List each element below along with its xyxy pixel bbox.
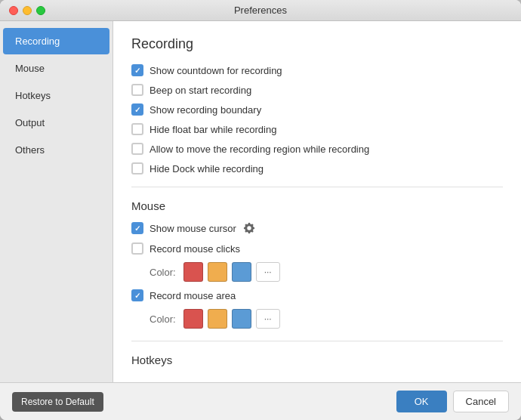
clicks-color-label: Color: xyxy=(150,267,176,278)
label-countdown: Show countdown for recording xyxy=(150,65,282,76)
sidebar-item-mouse[interactable]: Mouse xyxy=(3,55,109,82)
preferences-window: Preferences Recording Mouse Hotkeys Outp… xyxy=(0,0,521,420)
checkbox-moveregion[interactable] xyxy=(131,143,143,155)
window-controls xyxy=(9,6,45,15)
area-color-more[interactable]: ··· xyxy=(256,309,280,329)
minimize-button[interactable] xyxy=(23,6,32,15)
maximize-button[interactable] xyxy=(36,6,45,15)
label-recordarea: Record mouse area xyxy=(150,290,236,301)
option-beep: Beep on start recording xyxy=(131,84,503,96)
sidebar-item-recording[interactable]: Recording xyxy=(3,28,109,54)
recording-section-title: Recording xyxy=(131,36,503,52)
clicks-color-more[interactable]: ··· xyxy=(256,262,280,282)
area-color-row: Color: ··· xyxy=(150,309,503,329)
option-countdown: Show countdown for recording xyxy=(131,64,503,76)
area-color-label: Color: xyxy=(150,313,176,325)
clicks-color-red[interactable] xyxy=(183,262,203,282)
footer-action-buttons: OK Cancel xyxy=(396,391,509,412)
option-showcursor: Show mouse cursor xyxy=(131,221,503,235)
divider-mouse-hotkeys xyxy=(131,341,503,341)
checkbox-showcursor[interactable] xyxy=(131,222,143,234)
title-bar: Preferences xyxy=(0,0,521,21)
option-boundary: Show recording boundary xyxy=(131,103,503,116)
checkbox-recordarea[interactable] xyxy=(131,289,143,301)
checkbox-countdown[interactable] xyxy=(131,64,143,76)
option-recordarea: Record mouse area xyxy=(131,289,503,301)
footer: Restore to Default OK Cancel xyxy=(0,382,521,420)
sidebar-item-output[interactable]: Output xyxy=(3,110,109,136)
sidebar-item-hotkeys[interactable]: Hotkeys xyxy=(3,82,109,109)
cancel-button[interactable]: Cancel xyxy=(453,391,509,412)
hotkeys-section-title: Hotkeys xyxy=(131,354,503,366)
option-floatbar: Hide float bar while recording xyxy=(131,123,503,135)
close-button[interactable] xyxy=(9,6,18,15)
label-moveregion: Allow to move the recording region while… xyxy=(150,144,369,155)
checkbox-boundary[interactable] xyxy=(131,103,143,116)
label-floatbar: Hide float bar while recording xyxy=(150,124,276,135)
checkbox-beep[interactable] xyxy=(131,84,143,96)
main-content: Recording Mouse Hotkeys Output Others Re… xyxy=(0,21,521,382)
sidebar-item-others[interactable]: Others xyxy=(3,137,109,163)
option-recordclicks: Record mouse clicks xyxy=(131,242,503,255)
clicks-color-yellow[interactable] xyxy=(208,262,227,282)
area-color-red[interactable] xyxy=(183,309,203,329)
label-recordclicks: Record mouse clicks xyxy=(150,243,240,255)
clicks-color-row: Color: ··· xyxy=(150,262,503,282)
mouse-section-title: Mouse xyxy=(131,199,503,212)
divider-recording-mouse xyxy=(131,187,503,187)
clicks-color-blue[interactable] xyxy=(232,262,251,282)
area-color-blue[interactable] xyxy=(232,309,251,329)
option-moveregion: Allow to move the recording region while… xyxy=(131,143,503,155)
content-area: Recording Show countdown for recording B… xyxy=(113,21,521,382)
label-beep: Beep on start recording xyxy=(150,85,251,96)
cursor-settings-icon[interactable] xyxy=(242,221,256,235)
window-title: Preferences xyxy=(234,5,287,16)
ok-button[interactable]: OK xyxy=(396,391,447,412)
label-hidedock: Hide Dock while recording xyxy=(150,163,264,174)
option-hidedock: Hide Dock while recording xyxy=(131,162,503,174)
checkbox-recordclicks[interactable] xyxy=(131,242,143,255)
label-boundary: Show recording boundary xyxy=(150,104,261,116)
label-showcursor: Show mouse cursor xyxy=(150,223,236,234)
area-color-yellow[interactable] xyxy=(208,309,227,329)
checkbox-hidedock[interactable] xyxy=(131,162,143,174)
restore-default-button[interactable]: Restore to Default xyxy=(12,392,103,412)
sidebar: Recording Mouse Hotkeys Output Others xyxy=(0,21,113,382)
checkbox-floatbar[interactable] xyxy=(131,123,143,135)
